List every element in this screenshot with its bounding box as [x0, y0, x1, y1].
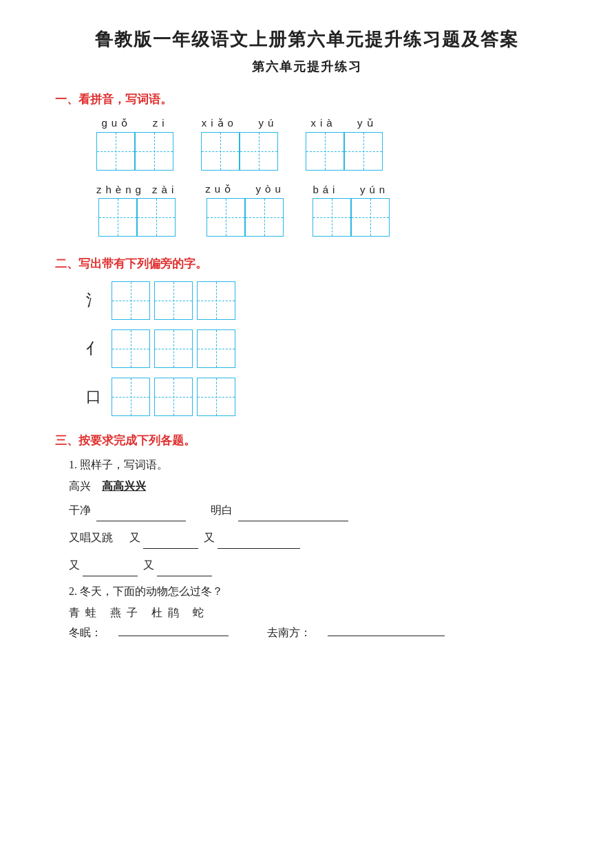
char-box [245, 198, 284, 237]
char-box [154, 329, 193, 368]
char-box [137, 198, 176, 237]
answer-line: 冬眠： 去南方： [69, 626, 559, 640]
char-box [344, 132, 383, 171]
char-box [207, 198, 245, 237]
subsection-1: 1. 照样子，写词语。 高兴 高高兴兴 干净 明白 又唱又跳 又 又 又 又 [69, 458, 559, 576]
char-boxes-2 [201, 132, 278, 171]
blank-dongmian[interactable] [118, 636, 229, 636]
subsection-2: 2. 冬天，下面的动物怎么过冬？ 青蛙 燕子 杜鹃 蛇 冬眠： 去南方： [69, 585, 559, 640]
char-box [112, 378, 150, 416]
pinyin-label-4: zhèng zài [96, 184, 178, 195]
pinyin-group-1: guǒ zi [96, 117, 173, 171]
main-title: 鲁教版一年级语文上册第六单元提升练习题及答案 [55, 28, 559, 52]
char-box [201, 132, 240, 171]
example-word: 高兴 [69, 479, 91, 494]
char-box [351, 198, 390, 237]
blank-you1[interactable] [143, 548, 198, 549]
pinyin-group-4: zhèng zài [96, 184, 178, 237]
char-box [96, 132, 135, 171]
example-answer: 高高兴兴 [102, 479, 146, 494]
sub-title: 第六单元提升练习 [55, 58, 559, 75]
pinyin-group-3: xià yǔ [306, 117, 383, 171]
you-label-1b: 又 [204, 532, 215, 543]
blank-mingbai[interactable] [238, 521, 348, 521]
radical-char-3: 口 [83, 387, 105, 407]
char-box [112, 281, 150, 320]
blank-you4[interactable] [157, 576, 212, 576]
pinyin-group-2: xiǎo yú [201, 117, 278, 171]
subsection2-title: 2. 冬天，下面的动物怎么过冬？ [69, 585, 559, 599]
pinyin-label-6: bái yún [313, 184, 389, 195]
char-box [197, 378, 235, 416]
char-box [197, 329, 235, 368]
pinyin-group-6: bái yún [313, 184, 390, 237]
radical-row-1: 氵 [83, 281, 559, 320]
char-box [306, 132, 344, 171]
section2-content: 氵 亻 口 [83, 281, 559, 416]
pinyin-label-1: guǒ zi [101, 117, 168, 129]
radical-row-3: 口 [83, 378, 559, 416]
fill-line-3: 又 又 [69, 554, 559, 576]
you-label-2b: 又 [143, 559, 154, 571]
char-boxes-1 [96, 132, 173, 171]
pattern-example: 又唱又跳 [69, 532, 113, 543]
char-box [112, 329, 150, 368]
radical-char-1: 氵 [83, 290, 105, 311]
char-boxes-3 [306, 132, 383, 171]
subsection1-title: 1. 照样子，写词语。 [69, 458, 559, 473]
char-box [197, 281, 235, 320]
char-box [98, 198, 137, 237]
char-boxes-6 [313, 198, 390, 237]
animals-list: 青蛙 燕子 杜鹃 蛇 [69, 606, 559, 620]
pinyin-label-2: xiǎo yú [202, 117, 278, 129]
section1-title: 一、看拼音，写词语。 [55, 91, 559, 107]
char-boxes-4 [98, 198, 176, 237]
you-label-2a: 又 [69, 559, 80, 571]
char-box [313, 198, 351, 237]
blank-you3[interactable] [83, 576, 138, 576]
char-box [240, 132, 278, 171]
fill-line-2: 又唱又跳 又 又 [69, 527, 559, 549]
fill-line-1: 干净 明白 [69, 499, 559, 521]
blank-ganjing[interactable] [96, 521, 186, 521]
word-mingbai: 明白 [211, 504, 233, 516]
char-boxes-5 [207, 198, 284, 237]
example-line: 高兴 高高兴兴 [69, 479, 559, 494]
char-box [154, 281, 193, 320]
blank-nanfang[interactable] [328, 636, 445, 636]
section3-content: 1. 照样子，写词语。 高兴 高高兴兴 干净 明白 又唱又跳 又 又 又 又 [55, 458, 559, 640]
qunnanfang-label: 去南方： [267, 626, 311, 640]
you-label-1a: 又 [129, 532, 140, 543]
dongmian-label: 冬眠： [69, 626, 102, 640]
pinyin-label-5: zuǒ yòu [205, 183, 285, 195]
radical-char-2: 亻 [83, 338, 105, 359]
section3-title: 三、按要求完成下列各题。 [55, 433, 559, 448]
radical-row-2: 亻 [83, 329, 559, 368]
pinyin-label-3: xià yǔ [310, 117, 377, 129]
char-box [135, 132, 173, 171]
blank-you2[interactable] [218, 548, 300, 549]
word-ganjing: 干净 [69, 504, 91, 516]
section1-row1: guǒ zi xiǎo yú xià yǔ [96, 117, 559, 171]
section2-title: 二、写出带有下列偏旁的字。 [55, 256, 559, 272]
char-box [154, 378, 193, 416]
pinyin-group-5: zuǒ yòu [205, 183, 285, 237]
section1-row2: zhèng zài zuǒ yòu bái yún [96, 183, 559, 237]
